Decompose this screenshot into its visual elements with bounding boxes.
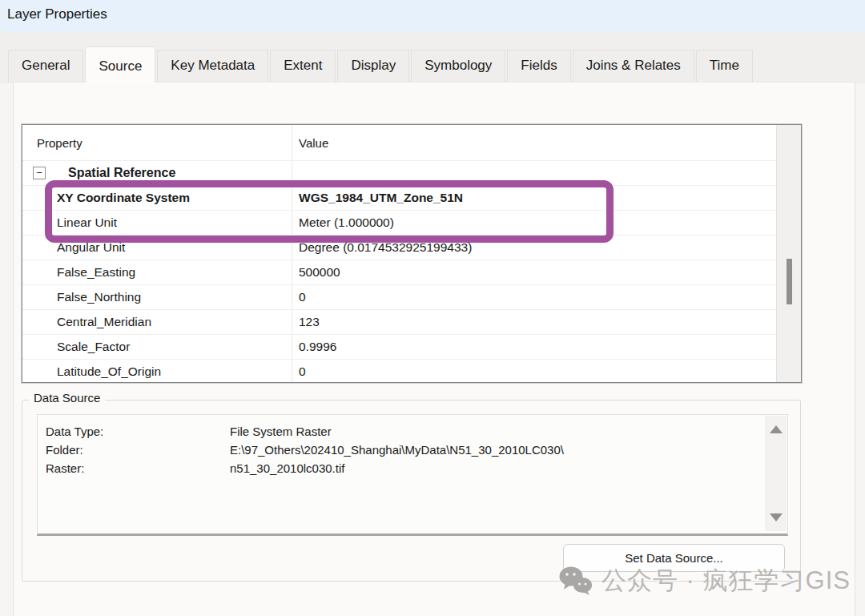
table-row[interactable]: Scale_Factor 0.9996	[22, 334, 801, 359]
value-cell: 123	[299, 315, 320, 329]
scroll-up-icon[interactable]	[770, 425, 783, 433]
value-cell: 500000	[299, 265, 340, 280]
tab-strip: General Source Key Metadata Extent Displ…	[0, 32, 865, 83]
data-type-value: File System Raster	[230, 425, 332, 438]
collapse-icon[interactable]: −	[33, 167, 46, 179]
value-cell: 0	[299, 290, 306, 304]
tab-display[interactable]: Display	[337, 50, 409, 82]
scrollbar-thumb[interactable]	[787, 259, 792, 304]
data-source-group-label: Data Source	[29, 391, 105, 405]
property-cell: Linear Unit	[57, 215, 117, 230]
table-row[interactable]: Latitude_Of_Origin 0	[22, 359, 801, 384]
raster-label: Raster:	[46, 459, 230, 477]
table-row[interactable]: XY Coordinate System WGS_1984_UTM_Zone_5…	[22, 185, 801, 210]
tab-key-metadata[interactable]: Key Metadata	[157, 50, 268, 82]
table-row[interactable]: Linear Unit Meter (1.000000)	[22, 210, 801, 235]
property-cell: Latitude_Of_Origin	[57, 364, 161, 379]
tab-extent[interactable]: Extent	[270, 50, 336, 82]
tab-joins-relates[interactable]: Joins & Relates	[573, 50, 694, 82]
value-cell: 0.9996	[299, 340, 336, 354]
property-cell: Central_Meridian	[57, 315, 151, 329]
group-label: Spatial Reference	[68, 166, 175, 180]
property-cell: Angular Unit	[57, 240, 125, 255]
value-cell: Degree (0.0174532925199433)	[299, 240, 472, 255]
data-type-label: Data Type:	[46, 422, 230, 441]
property-cell: Scale_Factor	[57, 340, 130, 354]
tab-fields[interactable]: Fields	[507, 50, 570, 82]
data-type-line: Data Type:File System Raster	[46, 422, 564, 441]
folder-value: E:\97_Others\202410_Shanghai\MyData\N51_…	[230, 443, 564, 457]
data-source-text-area[interactable]: Data Type:File System Raster Folder:E:\9…	[37, 414, 788, 536]
property-table: Property Value − Spatial Reference XY Co…	[22, 124, 802, 383]
data-source-scrollbar[interactable]	[765, 416, 787, 531]
set-data-source-button[interactable]: Set Data Source...	[563, 544, 785, 572]
window-titlebar: Layer Properties	[0, 0, 865, 32]
property-cell: XY Coordinate System	[57, 191, 190, 205]
value-cell: Meter (1.000000)	[299, 215, 394, 230]
table-row[interactable]: False_Easting 500000	[22, 260, 801, 284]
raster-value: n51_30_2010lc030.tif	[230, 461, 344, 475]
folder-line: Folder:E:\97_Others\202410_Shanghai\MyDa…	[46, 441, 564, 459]
tab-time[interactable]: Time	[696, 50, 753, 82]
table-vertical-scrollbar[interactable]	[776, 125, 801, 382]
property-cell: False_Easting	[57, 265, 135, 280]
header-property: Property	[37, 136, 82, 150]
table-header: Property Value	[22, 125, 801, 160]
folder-label: Folder:	[46, 441, 230, 459]
table-row[interactable]: Angular Unit Degree (0.0174532925199433)	[22, 235, 801, 260]
tab-source[interactable]: Source	[85, 46, 155, 83]
table-row[interactable]: Central_Meridian 123	[22, 309, 801, 334]
tab-general[interactable]: General	[8, 50, 83, 82]
window-title: Layer Properties	[7, 6, 107, 22]
property-cell: False_Northing	[57, 290, 141, 304]
value-cell: WGS_1984_UTM_Zone_51N	[299, 191, 463, 205]
raster-line: Raster:n51_30_2010lc030.tif	[46, 459, 564, 477]
table-row-spatial-reference[interactable]: − Spatial Reference	[22, 160, 801, 185]
scroll-down-icon[interactable]	[770, 513, 783, 521]
data-source-lines: Data Type:File System Raster Folder:E:\9…	[46, 422, 564, 477]
tabs-container: General Source Key Metadata Extent Displ…	[8, 46, 754, 82]
header-value: Value	[299, 136, 328, 150]
tab-symbology[interactable]: Symbology	[411, 50, 505, 82]
value-cell: 0	[299, 364, 306, 379]
table-row[interactable]: False_Northing 0	[22, 284, 801, 309]
